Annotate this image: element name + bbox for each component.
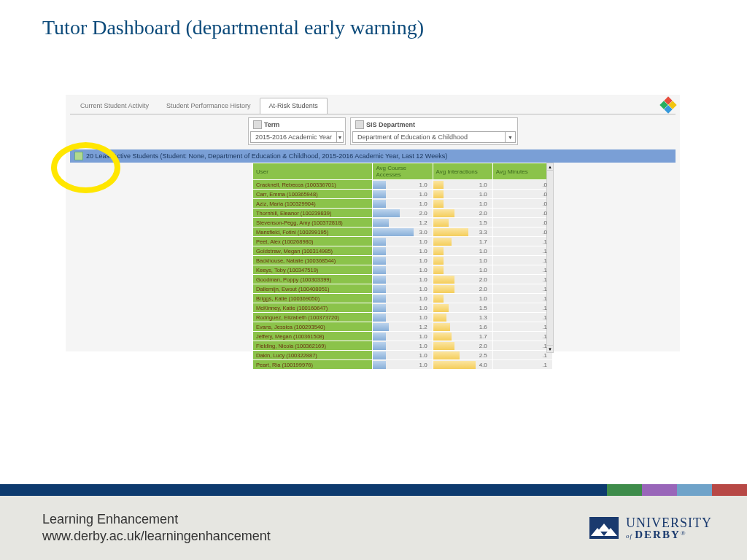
table-row[interactable]: Dakin, Lucy (100322887)1.02.5.1 <box>253 351 553 360</box>
avg-interactions-cell: 1.0 <box>433 256 492 265</box>
avg-minutes-cell: .1 <box>492 303 552 313</box>
avg-accesses-cell: 3.0 <box>373 228 433 237</box>
col-avg-minutes[interactable]: Avg Minutes <box>492 163 552 180</box>
user-cell: Jeffery, Megan (100361508) <box>253 332 373 341</box>
table-row[interactable]: Fielding, Nicola (100362169)1.02.0.1 <box>253 341 553 351</box>
banner-text: 20 Least Active Students (Student: None,… <box>86 152 447 160</box>
user-cell: Dallemijn, Ewout (100408051) <box>253 284 373 294</box>
logo-peaks-icon <box>589 517 619 539</box>
table-wrap: User Avg Course Accesses Avg Interaction… <box>70 163 676 370</box>
table-row[interactable]: Peet, Alex (100268980)1.01.7.1 <box>253 237 553 246</box>
avg-accesses-cell: 1.0 <box>373 199 433 209</box>
footer-color-bar <box>0 484 747 496</box>
avg-minutes-cell: .1 <box>492 332 552 341</box>
avg-minutes-cell: .1 <box>492 313 552 322</box>
table-row[interactable]: Carr, Emma (100365948)1.01.0.0 <box>253 190 553 199</box>
table-row[interactable]: Goodman, Poppy (100303399)1.02.0.1 <box>253 275 553 284</box>
tab-performance-history[interactable]: Student Performance History <box>158 98 260 114</box>
avg-interactions-cell: 3.3 <box>433 228 492 237</box>
table-row[interactable]: Backhouse, Natalie (100368544)1.01.0.1 <box>253 256 553 265</box>
user-cell: Carr, Emma (100365948) <box>253 190 373 199</box>
report-banner: 20 Least Active Students (Student: None,… <box>70 149 676 163</box>
user-cell: Evans, Jessica (100293540) <box>253 322 373 332</box>
table-row[interactable]: Rodriguez, Elizabeth (100373720)1.01.3.1 <box>253 313 553 322</box>
user-cell: Stevenson-Pegg, Amy (100372818) <box>253 218 373 228</box>
user-cell: Goldstraw, Megan (100314985) <box>253 246 373 256</box>
user-cell: Cracknell, Rebecca (100336701) <box>253 180 373 190</box>
avg-minutes-cell: .0 <box>492 190 552 199</box>
app-icon <box>661 98 676 112</box>
avg-minutes-cell: .1 <box>492 351 552 360</box>
avg-interactions-cell: 2.0 <box>433 284 492 294</box>
table-row[interactable]: McKinney, Katie (100160647)1.01.5.1 <box>253 303 553 313</box>
avg-interactions-cell: 1.0 <box>433 180 492 190</box>
avg-accesses-cell: 1.0 <box>373 256 433 265</box>
avg-minutes-cell: .1 <box>492 284 552 294</box>
dept-select[interactable]: Department of Education & Childhood ▼ <box>352 131 516 143</box>
table-row[interactable]: Mansfield, Fotini (100299195)3.03.3.0 <box>253 228 553 237</box>
derby-logo: UNIVERSITY of DERBY® <box>589 516 712 540</box>
avg-interactions-cell: 1.5 <box>433 303 492 313</box>
avg-interactions-cell: 1.0 <box>433 199 492 209</box>
table-row[interactable]: Aziz, Maria (100329904)1.01.0.0 <box>253 199 553 209</box>
col-user[interactable]: User <box>253 163 373 180</box>
avg-interactions-cell: 1.0 <box>433 265 492 275</box>
avg-minutes-cell: .1 <box>492 341 552 351</box>
avg-interactions-cell: 4.0 <box>433 360 492 370</box>
avg-accesses-cell: 1.0 <box>373 284 433 294</box>
avg-accesses-cell: 1.0 <box>373 313 433 322</box>
avg-accesses-cell: 1.0 <box>373 341 433 351</box>
table-row[interactable]: Evans, Jessica (100293540)1.21.6.1 <box>253 322 553 332</box>
avg-interactions-cell: 1.7 <box>433 332 492 341</box>
scroll-up-icon[interactable]: ▲ <box>547 163 553 171</box>
dept-value: Department of Education & Childhood <box>353 133 505 141</box>
col-avg-interactions[interactable]: Avg Interactions <box>433 163 492 180</box>
table-row[interactable]: Jeffery, Megan (100361508)1.01.7.1 <box>253 332 553 341</box>
logo-text: UNIVERSITY of DERBY® <box>626 516 712 540</box>
col-avg-accesses[interactable]: Avg Course Accesses <box>373 163 433 180</box>
avg-interactions-cell: 2.0 <box>433 209 492 218</box>
user-cell: McKinney, Katie (100160647) <box>253 303 373 313</box>
avg-interactions-cell: 1.5 <box>433 218 492 228</box>
user-cell: Peart, Ria (100199976) <box>253 360 373 370</box>
footer-line1: Learning Enhancement <box>42 511 271 528</box>
avg-accesses-cell: 2.0 <box>373 209 433 218</box>
table-row[interactable]: Keeys, Toby (100347519)1.01.0.1 <box>253 265 553 275</box>
table-row[interactable]: Thornhill, Eleanor (100239839)2.02.0.0 <box>253 209 553 218</box>
term-filter: Term 2015-2016 Academic Year ▼ <box>248 117 346 145</box>
avg-accesses-cell: 1.0 <box>373 180 433 190</box>
tab-current-activity[interactable]: Current Student Activity <box>71 98 158 114</box>
table-row[interactable]: Dallemijn, Ewout (100408051)1.02.0.1 <box>253 284 553 294</box>
avg-minutes-cell: .0 <box>492 218 552 228</box>
chevron-down-icon: ▼ <box>336 132 343 142</box>
avg-accesses-cell: 1.2 <box>373 322 433 332</box>
term-select[interactable]: 2015-2016 Academic Year ▼ <box>250 131 344 143</box>
avg-minutes-cell: .0 <box>492 199 552 209</box>
least-active-table: User Avg Course Accesses Avg Interaction… <box>252 163 553 370</box>
avg-minutes-cell: .1 <box>492 256 552 265</box>
table-row[interactable]: Cracknell, Rebecca (100336701)1.01.0.0 <box>253 180 553 190</box>
avg-accesses-cell: 1.0 <box>373 190 433 199</box>
avg-minutes-cell: .0 <box>492 209 552 218</box>
avg-interactions-cell: 1.3 <box>433 313 492 322</box>
tab-divider <box>70 114 676 114</box>
avg-accesses-cell: 1.0 <box>373 303 433 313</box>
avg-accesses-cell: 1.0 <box>373 237 433 246</box>
user-cell: Peet, Alex (100268980) <box>253 237 373 246</box>
avg-minutes-cell: .0 <box>492 228 552 237</box>
user-cell: Briggs, Katie (100369050) <box>253 294 373 303</box>
user-cell: Dakin, Lucy (100322887) <box>253 351 373 360</box>
table-row[interactable]: Briggs, Katie (100369050)1.01.0.1 <box>253 294 553 303</box>
report-icon <box>74 152 83 160</box>
user-cell: Keeys, Toby (100347519) <box>253 265 373 275</box>
table-row[interactable]: Goldstraw, Megan (100314985)1.01.0.1 <box>253 246 553 256</box>
tab-at-risk[interactable]: At-Risk Students <box>260 98 328 114</box>
avg-minutes-cell: .1 <box>492 246 552 256</box>
dashboard-panel: Current Student Activity Student Perform… <box>66 95 680 351</box>
table-row[interactable]: Peart, Ria (100199976)1.04.0.1 <box>253 360 553 370</box>
avg-accesses-cell: 1.0 <box>373 265 433 275</box>
table-row[interactable]: Stevenson-Pegg, Amy (100372818)1.21.5.0 <box>253 218 553 228</box>
avg-accesses-cell: 1.2 <box>373 218 433 228</box>
user-cell: Rodriguez, Elizabeth (100373720) <box>253 313 373 322</box>
user-cell: Goodman, Poppy (100303399) <box>253 275 373 284</box>
